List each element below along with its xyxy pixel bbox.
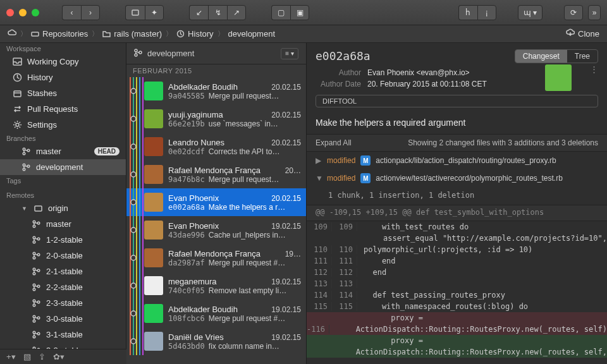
remote-branch-1-2-stable[interactable]: 1-2-stable [0, 232, 126, 248]
svg-point-67 [131, 172, 136, 177]
svg-point-85 [131, 255, 136, 260]
commit-row[interactable]: Abdelkader Boudih 20.02.15 9a045585 Merg… [126, 77, 306, 105]
diff-line: 110 110 polymorphic_url(:projects, :id =… [307, 244, 607, 255]
view-segmented-control[interactable]: Changeset Tree [515, 49, 598, 63]
svg-point-26 [33, 284, 35, 286]
remote-branch-3-0-stable[interactable]: 3-0-stable [0, 311, 126, 327]
segment-tree[interactable]: Tree [567, 50, 598, 63]
diff-line: proxy = [307, 312, 607, 324]
new-line-number: 109 [332, 222, 357, 231]
commit-row[interactable]: Leandro Nunes 20.02.15 0e02dcdf Corrects… [126, 133, 306, 161]
remote-branch-2-2-stable[interactable]: 2-2-stable [0, 279, 126, 295]
sidebar-item-working-copy[interactable]: Working Copy [0, 54, 126, 70]
commit-row[interactable]: Rafael Mendonça França 20… 9a476b8c Merg… [126, 161, 306, 188]
sidebar-item-label: 2-1-stable [46, 267, 120, 276]
remote-origin[interactable]: ▼ origin [0, 200, 126, 216]
remote-branch-2-3-stable[interactable]: 2-3-stable [0, 295, 126, 311]
author-avatar [144, 332, 163, 351]
expand-all-button[interactable]: Expand All [316, 138, 352, 147]
view-mode-button[interactable]: ≡ ▾ [281, 48, 298, 59]
back-button[interactable]: ‹ [62, 5, 81, 20]
unstash-button[interactable]: ▣ [290, 5, 309, 20]
overflow-button[interactable]: » [588, 5, 601, 20]
more-icon[interactable]: ⋮ [590, 64, 598, 74]
new-line-number: 113 [332, 279, 357, 288]
old-line-number: 110 [307, 245, 332, 254]
commit-list[interactable]: Abdelkader Boudih 20.02.15 9a045585 Merg… [126, 77, 306, 364]
push-button[interactable]: ↗ [227, 5, 246, 20]
breadcrumb-history[interactable]: History [176, 29, 213, 39]
flow-menu[interactable]: ɰ ▾ [518, 5, 543, 20]
diff-view[interactable]: 109 109 with_test_routes do assert_equal… [307, 221, 607, 358]
difftool-button[interactable]: DIFFTOOL [316, 95, 598, 107]
refresh-button[interactable]: ⟳ [564, 5, 583, 20]
magic-button[interactable]: ✦ [145, 5, 164, 20]
remote-branch-2-1-stable[interactable]: 2-1-stable [0, 264, 126, 279]
sidebar-branch-development[interactable]: development [0, 159, 126, 175]
author-avatar [144, 304, 163, 323]
settings-icon[interactable]: ✿▾ [53, 352, 64, 361]
breadcrumb-repositories[interactable]: Repositories [31, 29, 88, 39]
commit-graph [126, 244, 144, 272]
file-status-badge: M [360, 173, 371, 183]
disclosure-icon[interactable]: ▼ [316, 174, 322, 183]
disclosure-icon: ▼ [21, 205, 27, 212]
diff-code: end [357, 257, 396, 265]
changed-file-row[interactable]: ▼ modified M actionview/test/activerecor… [307, 169, 607, 187]
close-window-icon[interactable] [6, 9, 14, 16]
sidebar-branch-master[interactable]: master HEAD [0, 143, 126, 159]
commit-row[interactable]: meganemura 19.02.15 740c0f05 Remove last… [126, 272, 306, 300]
author-avatar [545, 64, 572, 91]
sidebar-item-settings[interactable]: Settings [0, 117, 126, 133]
commit-author: Abdelkader Boudih [168, 305, 238, 314]
sidebar-item-stashes[interactable]: Stashes [0, 85, 126, 101]
remote-branch-master[interactable]: master [0, 216, 126, 232]
commit-row[interactable]: Rafael Mendonça França 19… da2987af Merg… [126, 244, 306, 272]
commit-row[interactable]: Daniël de Vries 19.02.15 5d463bd0 fix co… [126, 327, 306, 355]
sidebar: Workspace Working Copy History Stashes P… [0, 43, 126, 364]
remote-branch-3-1-stable[interactable]: 3-1-stable [0, 327, 126, 343]
commit-button[interactable] [125, 5, 145, 20]
svg-point-103 [131, 339, 136, 344]
tag-button[interactable]: ¡ [477, 5, 496, 20]
new-line-number: 114 [332, 291, 357, 300]
breadcrumb-repo[interactable]: rails (master) [102, 29, 162, 39]
commit-date: 20.02.15 [271, 83, 301, 92]
fetch-button[interactable]: ↯ [208, 5, 227, 20]
commit-row[interactable]: Evan Phoenix 20.02.15 e002a68a Make the … [126, 188, 306, 216]
branch-icon [32, 298, 41, 308]
pull-button[interactable]: ↙ [189, 5, 208, 20]
titlebar: ‹ › ✦ ↙ ↯ ↗ ▢ ▣ ḣ ¡ ɰ ▾ ⟳ » [0, 0, 607, 25]
picture-icon[interactable]: ▧ [23, 352, 31, 361]
commit-row[interactable]: yuuji.yaginuma 20.02.15 66e2e19b use `me… [126, 105, 306, 133]
sidebar-item-pull-requests[interactable]: Pull Requests [0, 101, 126, 117]
minimize-window-icon[interactable] [19, 9, 27, 16]
stash-button[interactable]: ▢ [271, 5, 290, 20]
author-avatar [144, 82, 163, 100]
breadcrumb-label: development [228, 29, 275, 39]
changed-file-row[interactable]: ▶ modified M actionpack/lib/action_dispa… [307, 152, 607, 169]
sidebar-item-label: master [46, 219, 120, 229]
forward-button[interactable]: › [81, 5, 100, 20]
disclosure-icon[interactable]: ▶ [316, 156, 322, 165]
commit-row[interactable]: Abdelkader Boudih 19.02.15 108fcbc6 Merg… [126, 300, 306, 327]
diff-code: with_test_routes do [357, 222, 469, 231]
box-icon [13, 88, 22, 98]
remote-branch-2-0-stable[interactable]: 2-0-stable [0, 248, 126, 264]
commit-graph [126, 216, 144, 244]
commit-date: 20.02.15 [271, 111, 301, 119]
gear-icon [13, 120, 22, 130]
breadcrumb-branch[interactable]: development [228, 29, 275, 39]
sidebar-item-label: Working Copy [27, 57, 120, 66]
traffic-lights [6, 9, 39, 16]
add-menu-icon[interactable]: +▾ [6, 352, 16, 361]
zoom-window-icon[interactable] [32, 9, 39, 16]
svg-point-10 [23, 164, 25, 166]
commit-row[interactable]: Evan Phoenix 19.02.15 43dae996 Cache url… [126, 216, 306, 244]
segment-changeset[interactable]: Changeset [515, 50, 567, 63]
export-icon[interactable]: ⇪ [39, 352, 46, 361]
sidebar-item-history[interactable]: History [0, 70, 126, 85]
branch-button[interactable]: ḣ [458, 5, 477, 20]
branch-icon [32, 314, 41, 324]
clone-button[interactable]: Clone [566, 28, 599, 39]
